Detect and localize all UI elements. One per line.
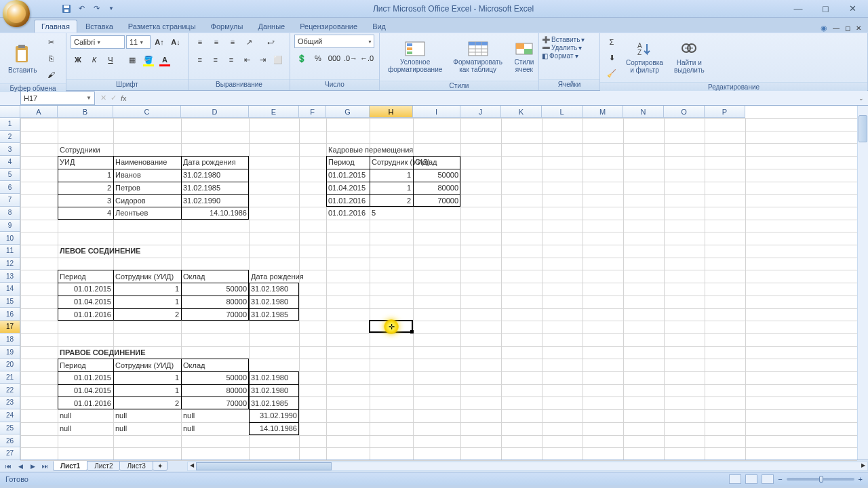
cell-C16[interactable]: 2 (113, 308, 181, 321)
doc-restore-icon[interactable]: ◻ (845, 24, 850, 32)
row-header-17[interactable]: 17 (0, 321, 20, 333)
sheet-tab-1[interactable]: Лист1 (53, 461, 87, 471)
cell-D23[interactable]: 70000 (181, 396, 249, 409)
cell-G5[interactable]: 01.01.2015 (326, 169, 370, 182)
fx-icon[interactable]: fx (121, 94, 127, 102)
enter-formula-icon[interactable]: ✓ (111, 94, 117, 102)
row-header-7[interactable]: 7 (0, 194, 20, 207)
align-right-icon[interactable]: ≡ (224, 52, 238, 67)
row-header-12[interactable]: 12 (0, 258, 20, 270)
align-center-icon[interactable]: ≡ (208, 52, 222, 67)
row-header-11[interactable]: 11 (0, 245, 20, 258)
name-box[interactable]: H17▼ (20, 92, 95, 105)
cell-B3[interactable]: Сотрудники (58, 143, 113, 156)
row-header-9[interactable]: 9 (0, 220, 20, 232)
row-header-26[interactable]: 26 (0, 434, 20, 447)
cell-D8[interactable]: 14.10.1986 (181, 207, 249, 220)
cell-I5[interactable]: 50000 (413, 169, 460, 182)
cell-B23[interactable]: 01.01.2016 (58, 396, 113, 409)
font-color-icon[interactable]: A (157, 52, 172, 67)
cell-D6[interactable]: 31.02.1985 (181, 182, 249, 195)
merge-icon[interactable]: ⬜ (271, 52, 285, 67)
col-header-G[interactable]: G (326, 106, 370, 118)
font-size-combo[interactable]: 11▼ (126, 35, 151, 49)
font-name-combo[interactable]: Calibri▼ (71, 35, 125, 49)
cell-G6[interactable]: 01.04.2015 (326, 182, 370, 195)
tab-review[interactable]: Рецензирование (293, 20, 364, 33)
col-header-H[interactable]: H (370, 106, 413, 118)
cell-B21[interactable]: 01.01.2015 (58, 371, 113, 384)
row-header-27[interactable]: 27 (0, 447, 20, 460)
tab-formulas[interactable]: Формулы (204, 20, 250, 33)
cell-C7[interactable]: Сидоров (113, 194, 181, 207)
tab-home[interactable]: Главная (34, 20, 77, 33)
increase-decimal-icon[interactable]: .0→ (343, 51, 358, 66)
row-header-1[interactable]: 1 (0, 118, 20, 131)
row-header-5[interactable]: 5 (0, 169, 20, 182)
cell-D24[interactable]: null (181, 409, 249, 422)
row-header-18[interactable]: 18 (0, 333, 20, 346)
cell-D4[interactable]: Дата рождения (181, 156, 249, 169)
row-header-6[interactable]: 6 (0, 181, 20, 194)
col-header-F[interactable]: F (299, 106, 326, 118)
cell-I6[interactable]: 80000 (413, 182, 460, 195)
col-header-I[interactable]: I (413, 106, 460, 118)
row-header-22[interactable]: 22 (0, 384, 20, 396)
row-header-21[interactable]: 21 (0, 371, 20, 384)
new-sheet-button[interactable]: ✦ (153, 461, 167, 471)
cell-G8[interactable]: 01.01.2016 (326, 207, 370, 220)
office-button[interactable] (3, 0, 30, 27)
col-header-M[interactable]: M (583, 106, 623, 118)
cell-D20[interactable]: Оклад (181, 359, 249, 371)
cell-C14[interactable]: 1 (113, 283, 181, 296)
cell-C4[interactable]: Наименование (113, 156, 181, 169)
spreadsheet-grid[interactable]: ABCDEFGHIJKLMNOP 12345678910111213141516… (0, 106, 868, 460)
col-header-P[interactable]: P (705, 106, 745, 118)
align-top-icon[interactable]: ≡ (193, 35, 208, 49)
cell-E15[interactable]: 31.02.1980 (249, 296, 299, 308)
close-button[interactable]: ✕ (844, 3, 861, 14)
save-icon[interactable] (60, 3, 73, 15)
cell-B24[interactable]: null (58, 409, 113, 422)
doc-close-icon[interactable]: ✕ (856, 24, 861, 32)
tab-data[interactable]: Данные (251, 20, 292, 33)
cell-B6[interactable]: 2 (58, 182, 113, 195)
row-header-4[interactable]: 4 (0, 156, 20, 169)
cell-D22[interactable]: 80000 (181, 384, 249, 397)
increase-indent-icon[interactable]: ⇥ (256, 52, 270, 67)
cell-B22[interactable]: 01.04.2015 (58, 384, 113, 397)
formula-input[interactable] (131, 92, 859, 104)
normal-view-button[interactable] (729, 474, 741, 484)
fill-color-icon[interactable]: 🪣 (141, 52, 156, 67)
col-header-N[interactable]: N (623, 106, 664, 118)
row-header-13[interactable]: 13 (0, 270, 20, 283)
row-header-23[interactable]: 23 (0, 396, 20, 409)
col-header-L[interactable]: L (542, 106, 583, 118)
row-header-14[interactable]: 14 (0, 283, 20, 296)
grow-font-icon[interactable]: A↑ (152, 35, 167, 49)
select-all-corner[interactable] (0, 106, 20, 118)
cell-D21[interactable]: 50000 (181, 371, 249, 384)
expand-formula-bar-icon[interactable]: ⌄ (859, 95, 864, 102)
cell-C15[interactable]: 1 (113, 296, 181, 308)
underline-button[interactable]: Ч (103, 52, 118, 67)
tab-page-layout[interactable]: Разметка страницы (121, 20, 203, 33)
cell-E22[interactable]: 31.02.1980 (249, 384, 299, 397)
bold-button[interactable]: Ж (71, 52, 85, 67)
cell-D15[interactable]: 80000 (181, 296, 249, 308)
cell-E24[interactable]: 31.02.1990 (249, 409, 299, 422)
cell-G3[interactable]: Кадровые перемещения (326, 143, 370, 156)
col-header-O[interactable]: O (664, 106, 705, 118)
italic-button[interactable]: К (87, 52, 102, 67)
cell-D7[interactable]: 31.02.1990 (181, 194, 249, 207)
col-header-E[interactable]: E (249, 106, 299, 118)
cell-C6[interactable]: Петров (113, 182, 181, 195)
col-header-A[interactable]: A (20, 106, 58, 118)
clear-icon[interactable]: 🧹 (604, 66, 619, 81)
col-header-J[interactable]: J (460, 106, 501, 118)
row-header-15[interactable]: 15 (0, 296, 20, 308)
cell-I4[interactable]: Оклад (413, 156, 460, 169)
row-header-10[interactable]: 10 (0, 232, 20, 245)
cell-B7[interactable]: 3 (58, 194, 113, 207)
shrink-font-icon[interactable]: A↓ (168, 35, 183, 49)
